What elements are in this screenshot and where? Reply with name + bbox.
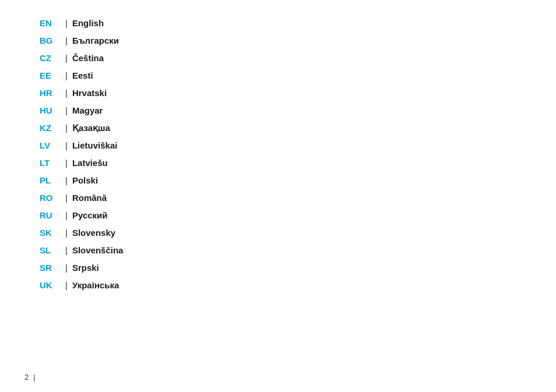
lang-separator: | [65,86,68,100]
language-item[interactable]: LV|Lietuviškai [40,139,556,153]
language-item[interactable]: SL|Slovenščina [40,243,556,257]
lang-name: Slovensky [72,226,115,240]
language-item[interactable]: EE|Eesti [40,69,556,83]
lang-code: SL [40,243,61,257]
language-item[interactable]: UK|Українська [40,278,556,292]
lang-name: Hrvatski [72,86,107,100]
lang-code: LT [40,156,61,170]
lang-name: Magyar [72,104,103,118]
lang-separator: | [65,139,68,153]
lang-separator: | [65,104,68,118]
lang-separator: | [65,69,68,83]
language-item[interactable]: BG|Български [40,34,556,48]
language-list: EN|EnglishBG|БългарскиCZ|ČeštinaEE|Eesti… [0,0,556,292]
lang-name: Lietuviškai [72,139,118,153]
lang-code: UK [40,278,61,292]
lang-name: Srpski [72,261,99,275]
language-item[interactable]: SK|Slovensky [40,226,556,240]
lang-separator: | [65,51,68,65]
lang-code: CZ [40,51,61,65]
footer-separator: | [33,373,35,382]
lang-name: Latviešu [72,156,108,170]
lang-code: PL [40,174,61,188]
language-item[interactable]: KZ|Қазақша [40,121,556,135]
lang-code: HR [40,86,61,100]
lang-separator: | [65,191,68,205]
page-number: 2 [24,373,29,382]
lang-name: Български [72,34,119,48]
lang-name: Русский [72,209,108,223]
language-item[interactable]: HU|Magyar [40,104,556,118]
lang-separator: | [65,278,68,292]
lang-separator: | [65,156,68,170]
lang-separator: | [65,243,68,257]
language-item[interactable]: CZ|Čeština [40,51,556,65]
lang-separator: | [65,174,68,188]
lang-separator: | [65,261,68,275]
lang-name: Čeština [72,51,104,65]
language-item[interactable]: EN|English [40,16,556,30]
language-item[interactable]: HR|Hrvatski [40,86,556,100]
lang-code: SK [40,226,61,240]
lang-separator: | [65,16,68,30]
lang-name: Українська [72,278,119,292]
lang-code: EN [40,16,61,30]
lang-code: LV [40,139,61,153]
lang-separator: | [65,121,68,135]
lang-name: Қазақша [72,121,110,135]
lang-name: Slovenščina [72,243,124,257]
language-item[interactable]: LT|Latviešu [40,156,556,170]
language-item[interactable]: PL|Polski [40,174,556,188]
footer: 2 | [24,373,36,382]
lang-code: RO [40,191,61,205]
lang-name: Română [72,191,107,205]
lang-name: Polski [72,174,98,188]
lang-separator: | [65,209,68,223]
lang-code: KZ [40,121,61,135]
lang-separator: | [65,226,68,240]
lang-name: Eesti [72,69,93,83]
lang-code: SR [40,261,61,275]
lang-code: HU [40,104,61,118]
lang-code: EE [40,69,61,83]
lang-separator: | [65,34,68,48]
language-item[interactable]: SR|Srpski [40,261,556,275]
lang-name: English [72,16,104,30]
language-item[interactable]: RO|Română [40,191,556,205]
language-item[interactable]: RU|Русский [40,209,556,223]
lang-code: BG [40,34,61,48]
lang-code: RU [40,209,61,223]
